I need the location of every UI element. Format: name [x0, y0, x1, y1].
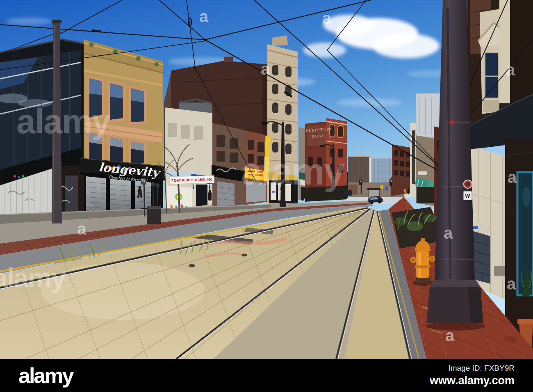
left-glass-building	[0, 39, 84, 225]
street	[0, 201, 426, 359]
no-entry-sign	[463, 180, 472, 189]
stock-photo-frame: longevity Fashion is forever! 7 DAY KIDD…	[0, 0, 533, 392]
watermark-footer-bar: alamy Image ID: FXBY9R www.alamy.com	[0, 359, 533, 392]
ghost-sign-building	[305, 118, 347, 202]
website-url: www.alamy.com	[430, 374, 515, 387]
kiddie-kare-building	[165, 99, 213, 216]
longevity-building	[80, 39, 174, 216]
ghost-sign-tower	[326, 118, 347, 189]
image-id: Image ID: FXBY9R	[430, 364, 515, 373]
pay-kiosk	[147, 206, 161, 224]
alamy-logo: alamy	[18, 365, 73, 386]
street-scene	[0, 0, 533, 359]
rowhouses	[212, 123, 267, 208]
